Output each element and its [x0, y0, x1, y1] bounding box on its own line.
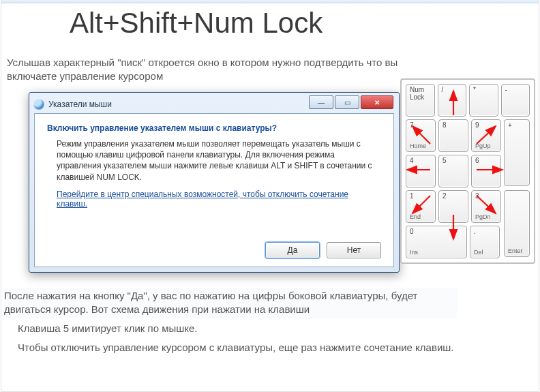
key-5: 5	[438, 155, 468, 187]
key-numlock: Num Lock	[406, 84, 435, 117]
minimize-button[interactable]: —	[309, 95, 333, 109]
key-dot: .Del	[470, 226, 500, 258]
key-9: 9PgUp	[471, 119, 501, 152]
close-button[interactable]: ✕	[361, 95, 393, 109]
key-3: 3PgDn	[471, 190, 501, 223]
key-1: 1End	[406, 190, 436, 223]
yes-button-label: Да	[288, 245, 298, 255]
numpad-diagram: Num Lock / * - 7Home 8 9PgUp 4 5 6	[400, 78, 535, 264]
key-8: 8	[438, 119, 468, 152]
key-2: 2	[438, 190, 468, 223]
ease-of-access-link[interactable]: Перейдите в центр специальных возможност…	[57, 190, 381, 209]
key-6: 6	[471, 155, 501, 187]
after-paragraph: После нажатия на кнопку "Да", у вас по н…	[4, 288, 457, 318]
yes-button[interactable]: Да	[265, 242, 320, 258]
dialog-heading: Включить управление указателем мыши с кл…	[47, 123, 381, 133]
key-slash: /	[438, 84, 467, 117]
key-0: 0Ins	[406, 226, 467, 258]
key-enter: Enter	[504, 190, 530, 257]
page-title: Alt+Shift+Num Lock	[70, 7, 322, 40]
note-key5: Клавиша 5 имитирует клик по мышке.	[18, 322, 198, 334]
note-disable: Чтобы отключить управление курсором с кл…	[18, 341, 454, 355]
key-asterisk: *	[469, 84, 498, 117]
no-button[interactable]: Нет	[327, 242, 381, 258]
key-7: 7Home	[406, 119, 436, 152]
intro-paragraph: Услышав характерный "писк" откроется окн…	[7, 56, 443, 84]
no-button-label: Нет	[347, 245, 361, 255]
key-minus: -	[501, 84, 530, 117]
maximize-button[interactable]: ▭	[335, 95, 359, 109]
dialog-body: Режим управления указателем мыши позволя…	[57, 138, 378, 183]
dialog-title-icon	[33, 99, 44, 110]
key-plus: +	[504, 119, 530, 186]
dialog-title: Указатели мыши	[48, 100, 112, 109]
key-4: 4	[406, 155, 436, 187]
mouse-pointers-dialog: Указатели мыши — ▭ ✕ Включить управление…	[29, 92, 400, 273]
